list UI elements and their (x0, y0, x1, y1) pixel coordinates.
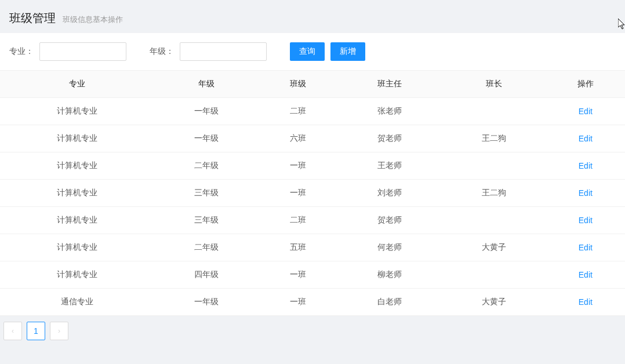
cell-class: 五班 (259, 234, 337, 261)
add-button[interactable]: 新增 (330, 42, 365, 61)
cell-major: 计算机专业 (0, 125, 154, 152)
cell-major: 计算机专业 (0, 261, 154, 289)
cell-action: Edit (546, 234, 625, 261)
grade-label: 年级： (150, 46, 174, 57)
edit-link[interactable]: Edit (579, 188, 593, 198)
edit-link[interactable]: Edit (579, 134, 593, 143)
next-page-button[interactable]: › (50, 322, 68, 340)
cell-major: 计算机专业 (0, 180, 154, 207)
cell-grade: 一年级 (154, 125, 259, 152)
page-number-1[interactable]: 1 (27, 322, 45, 340)
cell-action: Edit (546, 289, 625, 316)
cell-grade: 一年级 (154, 98, 259, 125)
cell-grade: 二年级 (154, 152, 259, 180)
cell-head_teacher: 白老师 (337, 289, 442, 316)
cell-head_teacher: 刘老师 (337, 180, 442, 207)
cell-action: Edit (546, 261, 625, 289)
table-row: 计算机专业一年级二班张老师Edit (0, 98, 625, 125)
cell-major: 计算机专业 (0, 234, 154, 261)
cell-class: 二班 (259, 98, 337, 125)
col-action: 操作 (546, 71, 625, 98)
edit-link[interactable]: Edit (579, 107, 593, 116)
cell-monitor (442, 152, 546, 180)
cell-monitor (442, 261, 546, 289)
cell-monitor: 王二狗 (442, 180, 546, 207)
edit-link[interactable]: Edit (579, 297, 593, 307)
pagination: ‹ 1 › (0, 316, 625, 346)
cell-class: 一班 (259, 180, 337, 207)
cell-grade: 二年级 (154, 234, 259, 261)
col-monitor: 班长 (442, 71, 546, 98)
table-row: 计算机专业二年级一班王老师Edit (0, 152, 625, 180)
cell-class: 一班 (259, 289, 337, 316)
page-header: 班级管理 班级信息基本操作 (0, 0, 625, 33)
table-row: 计算机专业三年级二班贺老师Edit (0, 207, 625, 234)
main-card: 专业： 年级： 查询 新增 专业 年级 班级 班主任 班长 操作 计算机专业一年… (0, 33, 625, 316)
chevron-left-icon: ‹ (12, 327, 14, 335)
cell-class: 二班 (259, 207, 337, 234)
cell-monitor: 大黄子 (442, 234, 546, 261)
cell-class: 一班 (259, 152, 337, 180)
cell-grade: 四年级 (154, 261, 259, 289)
major-label: 专业： (9, 46, 34, 57)
table-row: 通信专业一年级一班白老师大黄子Edit (0, 289, 625, 316)
cell-class: 六班 (259, 125, 337, 152)
table-row: 计算机专业三年级一班刘老师王二狗Edit (0, 180, 625, 207)
cell-grade: 三年级 (154, 180, 259, 207)
grade-input[interactable] (180, 42, 267, 61)
class-table: 专业 年级 班级 班主任 班长 操作 计算机专业一年级二班张老师Edit计算机专… (0, 70, 625, 316)
chevron-right-icon: › (58, 327, 60, 335)
table-row: 计算机专业二年级五班何老师大黄子Edit (0, 234, 625, 261)
cell-major: 计算机专业 (0, 98, 154, 125)
prev-page-button[interactable]: ‹ (3, 322, 22, 340)
cell-monitor: 大黄子 (442, 289, 546, 316)
col-head-teacher: 班主任 (337, 71, 442, 98)
search-button[interactable]: 查询 (290, 42, 325, 61)
cell-head_teacher: 何老师 (337, 234, 442, 261)
col-class: 班级 (259, 71, 337, 98)
cell-head_teacher: 王老师 (337, 152, 442, 180)
cell-monitor (442, 98, 546, 125)
cell-major: 计算机专业 (0, 152, 154, 180)
cell-monitor (442, 207, 546, 234)
major-input[interactable] (39, 42, 126, 61)
page-subtitle: 班级信息基本操作 (63, 14, 123, 25)
cell-head_teacher: 柳老师 (337, 261, 442, 289)
cell-grade: 三年级 (154, 207, 259, 234)
cell-action: Edit (546, 125, 625, 152)
edit-link[interactable]: Edit (579, 161, 593, 170)
cell-class: 一班 (259, 261, 337, 289)
table-row: 计算机专业一年级六班贺老师王二狗Edit (0, 125, 625, 152)
filter-bar: 专业： 年级： 查询 新增 (0, 33, 625, 70)
edit-link[interactable]: Edit (579, 216, 593, 225)
page-title: 班级管理 (9, 10, 56, 26)
cell-action: Edit (546, 207, 625, 234)
cell-grade: 一年级 (154, 289, 259, 316)
table-header-row: 专业 年级 班级 班主任 班长 操作 (0, 71, 625, 98)
cell-major: 通信专业 (0, 289, 154, 316)
cell-action: Edit (546, 152, 625, 180)
table-row: 计算机专业四年级一班柳老师Edit (0, 261, 625, 289)
edit-link[interactable]: Edit (579, 270, 593, 279)
col-major: 专业 (0, 71, 154, 98)
cell-head_teacher: 贺老师 (337, 207, 442, 234)
cell-monitor: 王二狗 (442, 125, 546, 152)
col-grade: 年级 (154, 71, 259, 98)
cell-major: 计算机专业 (0, 207, 154, 234)
cell-action: Edit (546, 98, 625, 125)
cell-head_teacher: 张老师 (337, 98, 442, 125)
edit-link[interactable]: Edit (579, 243, 593, 252)
cell-action: Edit (546, 180, 625, 207)
cell-head_teacher: 贺老师 (337, 125, 442, 152)
